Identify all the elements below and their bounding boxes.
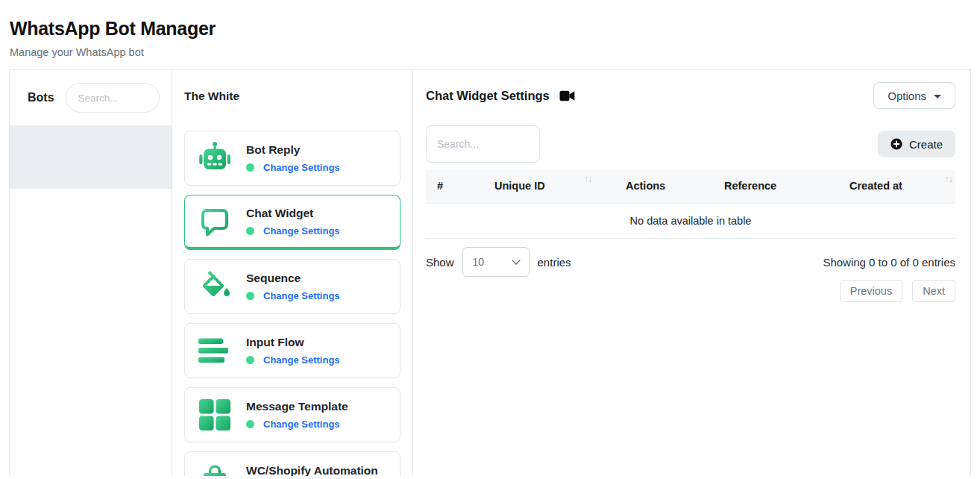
card-input-flow[interactable]: Input Flow Change Settings (184, 323, 401, 378)
card-title: WC/Shopify Automation (246, 464, 378, 476)
page-header: WhatsApp Bot Manager Manage your WhatsAp… (0, 0, 980, 58)
table-empty-message: No data available in table (426, 204, 955, 239)
bots-search-input[interactable] (66, 83, 160, 113)
next-button[interactable]: Next (912, 280, 955, 302)
videocam-icon (559, 90, 575, 101)
create-button[interactable]: Create (878, 131, 955, 157)
column-header-actions[interactable]: Actions (626, 180, 665, 192)
sort-icon[interactable]: ↑↓ (945, 174, 953, 184)
page-size-select[interactable]: 10 (462, 247, 530, 277)
card-title: Chat Widget (246, 207, 340, 220)
status-dot (246, 163, 254, 172)
bots-sidebar: Bots (10, 70, 172, 476)
main-panel: Bots The White (9, 69, 971, 476)
plus-circle-icon (891, 138, 902, 150)
column-header-index[interactable]: # (437, 180, 443, 192)
card-bot-reply[interactable]: Bot Reply Change Settings (184, 131, 401, 186)
page-title: WhatsApp Bot Manager (10, 18, 970, 40)
robot-icon (197, 140, 233, 176)
pagination-summary: Showing 0 to 0 of 0 entries (823, 256, 955, 269)
status-dot (246, 356, 254, 364)
change-settings-link[interactable]: Change Settings (263, 354, 340, 366)
column-header-created-at[interactable]: Created at (849, 180, 902, 192)
bot-menu-column: The White (172, 70, 413, 476)
page-subtitle: Manage your WhatsApp bot (10, 46, 970, 58)
column-header-unique-id[interactable]: Unique ID (494, 180, 545, 192)
change-settings-link[interactable]: Change Settings (263, 162, 340, 173)
bars-icon (197, 333, 233, 369)
grid-icon (197, 397, 233, 433)
card-title: Input Flow (246, 336, 340, 349)
pagination: Previous Next (426, 280, 955, 302)
table-search-input[interactable] (426, 125, 540, 163)
show-label: Show (426, 256, 454, 269)
column-header-reference[interactable]: Reference (724, 180, 776, 192)
card-chat-widget[interactable]: Chat Widget Change Settings (184, 195, 401, 250)
create-button-label: Create (909, 138, 943, 151)
table-toolbar: Create (426, 125, 955, 163)
card-title: Sequence (246, 272, 340, 285)
bot-name: The White (184, 90, 401, 103)
paint-fill-icon (197, 269, 233, 304)
change-settings-link[interactable]: Change Settings (263, 290, 340, 301)
chevron-down-icon (934, 95, 941, 98)
options-button[interactable]: Options (873, 82, 955, 109)
card-wc-shopify-automation[interactable]: WC/Shopify Automation Change Settings (184, 451, 401, 476)
card-sequence[interactable]: Sequence Change Settings (184, 259, 401, 314)
status-dot (246, 292, 254, 300)
sort-icon[interactable]: ↑↓ (584, 174, 592, 184)
status-dot (246, 227, 254, 235)
settings-title: Chat Widget Settings (426, 89, 550, 103)
card-title: Bot Reply (246, 143, 340, 157)
previous-button[interactable]: Previous (840, 280, 902, 302)
chat-bubble-icon (197, 204, 233, 240)
selected-bot-item[interactable] (10, 125, 172, 189)
bots-heading: Bots (28, 91, 54, 104)
bots-header: Bots (10, 70, 172, 125)
table-header-row: # Unique ID ↑↓ Actions Reference Created… (426, 170, 955, 204)
options-button-label: Options (888, 90, 926, 102)
table-footer: Show 10 entries Showing 0 to 0 of 0 entr… (426, 247, 955, 277)
change-settings-link[interactable]: Change Settings (263, 419, 340, 430)
card-message-template[interactable]: Message Template Change Settings (184, 387, 401, 442)
change-settings-link[interactable]: Change Settings (263, 225, 340, 237)
settings-header: Chat Widget Settings Options (426, 82, 955, 109)
status-dot (246, 420, 254, 428)
entries-label: entries (538, 256, 571, 269)
settings-panel: Chat Widget Settings Options (413, 70, 970, 476)
card-title: Message Template (246, 400, 348, 413)
shopping-bag-icon (197, 461, 233, 476)
